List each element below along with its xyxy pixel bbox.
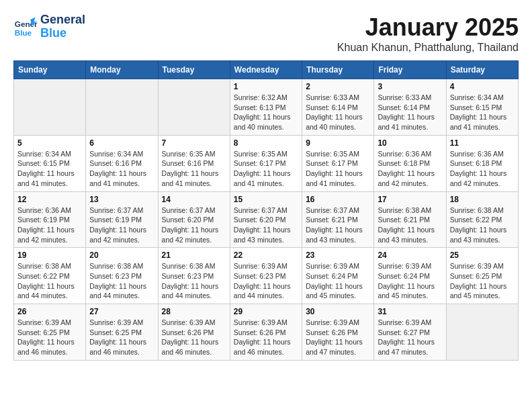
page-title: January 2025 bbox=[337, 13, 519, 42]
calendar-day-cell: 31Sunrise: 6:39 AM Sunset: 6:27 PM Dayli… bbox=[374, 304, 446, 361]
calendar-day-cell bbox=[14, 79, 86, 136]
day-number: 15 bbox=[234, 195, 298, 204]
day-info: Sunrise: 6:37 AM Sunset: 6:19 PM Dayligh… bbox=[89, 205, 154, 245]
day-number: 2 bbox=[306, 82, 370, 91]
day-info: Sunrise: 6:39 AM Sunset: 6:25 PM Dayligh… bbox=[89, 318, 154, 357]
day-of-week-header: Friday bbox=[374, 61, 446, 79]
day-number: 10 bbox=[378, 138, 442, 148]
logo-blue-text: Blue bbox=[40, 27, 85, 40]
day-of-week-header: Saturday bbox=[446, 61, 518, 79]
calendar-day-cell: 23Sunrise: 6:39 AM Sunset: 6:24 PM Dayli… bbox=[302, 248, 374, 304]
calendar-day-cell: 30Sunrise: 6:39 AM Sunset: 6:26 PM Dayli… bbox=[302, 304, 374, 361]
day-info: Sunrise: 6:39 AM Sunset: 6:25 PM Dayligh… bbox=[17, 318, 82, 357]
calendar-day-cell: 19Sunrise: 6:38 AM Sunset: 6:22 PM Dayli… bbox=[14, 248, 86, 304]
day-info: Sunrise: 6:34 AM Sunset: 6:15 PM Dayligh… bbox=[17, 149, 82, 189]
day-info: Sunrise: 6:39 AM Sunset: 6:26 PM Dayligh… bbox=[234, 318, 298, 357]
day-info: Sunrise: 6:35 AM Sunset: 6:17 PM Dayligh… bbox=[306, 149, 370, 189]
calendar-day-cell: 3Sunrise: 6:33 AM Sunset: 6:14 PM Daylig… bbox=[374, 79, 446, 136]
day-info: Sunrise: 6:36 AM Sunset: 6:19 PM Dayligh… bbox=[17, 205, 82, 245]
calendar-week-row: 5Sunrise: 6:34 AM Sunset: 6:15 PM Daylig… bbox=[14, 135, 519, 191]
calendar-day-cell: 10Sunrise: 6:36 AM Sunset: 6:18 PM Dayli… bbox=[374, 135, 446, 191]
day-of-week-header: Thursday bbox=[302, 61, 374, 79]
day-info: Sunrise: 6:37 AM Sunset: 6:21 PM Dayligh… bbox=[306, 205, 370, 245]
calendar-day-cell: 29Sunrise: 6:39 AM Sunset: 6:26 PM Dayli… bbox=[230, 304, 302, 361]
calendar-header-row: SundayMondayTuesdayWednesdayThursdayFrid… bbox=[14, 61, 519, 79]
day-info: Sunrise: 6:38 AM Sunset: 6:22 PM Dayligh… bbox=[17, 261, 82, 301]
day-number: 6 bbox=[89, 138, 154, 148]
day-number: 26 bbox=[17, 307, 82, 316]
day-number: 7 bbox=[162, 138, 226, 148]
day-info: Sunrise: 6:38 AM Sunset: 6:22 PM Dayligh… bbox=[450, 205, 515, 245]
day-info: Sunrise: 6:39 AM Sunset: 6:25 PM Dayligh… bbox=[450, 261, 515, 301]
calendar-day-cell: 18Sunrise: 6:38 AM Sunset: 6:22 PM Dayli… bbox=[446, 191, 518, 248]
day-number: 4 bbox=[450, 82, 515, 91]
day-info: Sunrise: 6:39 AM Sunset: 6:24 PM Dayligh… bbox=[306, 261, 370, 301]
day-of-week-header: Monday bbox=[86, 61, 158, 79]
day-info: Sunrise: 6:33 AM Sunset: 6:14 PM Dayligh… bbox=[378, 93, 442, 132]
calendar-day-cell: 21Sunrise: 6:38 AM Sunset: 6:23 PM Dayli… bbox=[158, 248, 230, 304]
day-number: 28 bbox=[162, 307, 226, 316]
day-info: Sunrise: 6:35 AM Sunset: 6:16 PM Dayligh… bbox=[162, 149, 226, 189]
calendar-day-cell: 2Sunrise: 6:33 AM Sunset: 6:14 PM Daylig… bbox=[302, 79, 374, 136]
calendar-day-cell: 26Sunrise: 6:39 AM Sunset: 6:25 PM Dayli… bbox=[14, 304, 86, 361]
calendar-day-cell: 16Sunrise: 6:37 AM Sunset: 6:21 PM Dayli… bbox=[302, 191, 374, 248]
calendar-day-cell: 20Sunrise: 6:38 AM Sunset: 6:23 PM Dayli… bbox=[86, 248, 158, 304]
day-info: Sunrise: 6:39 AM Sunset: 6:26 PM Dayligh… bbox=[162, 318, 226, 357]
logo-icon: General Blue bbox=[13, 15, 38, 39]
calendar-day-cell: 14Sunrise: 6:37 AM Sunset: 6:20 PM Dayli… bbox=[158, 191, 230, 248]
day-info: Sunrise: 6:39 AM Sunset: 6:23 PM Dayligh… bbox=[234, 261, 298, 301]
calendar-day-cell bbox=[158, 79, 230, 136]
day-number: 22 bbox=[234, 250, 298, 260]
calendar-day-cell: 12Sunrise: 6:36 AM Sunset: 6:19 PM Dayli… bbox=[14, 191, 86, 248]
day-number: 16 bbox=[306, 195, 370, 204]
day-info: Sunrise: 6:34 AM Sunset: 6:15 PM Dayligh… bbox=[450, 93, 515, 132]
day-number: 9 bbox=[306, 138, 370, 148]
logo-general-text: General bbox=[40, 13, 85, 27]
title-block: January 2025 Khuan Khanun, Phatthalung, … bbox=[337, 13, 519, 54]
day-number: 8 bbox=[234, 138, 298, 148]
day-info: Sunrise: 6:37 AM Sunset: 6:20 PM Dayligh… bbox=[234, 205, 298, 245]
day-info: Sunrise: 6:36 AM Sunset: 6:18 PM Dayligh… bbox=[378, 149, 442, 189]
day-number: 11 bbox=[450, 138, 515, 148]
day-number: 23 bbox=[306, 250, 370, 260]
day-info: Sunrise: 6:35 AM Sunset: 6:17 PM Dayligh… bbox=[234, 149, 298, 189]
calendar-day-cell bbox=[86, 79, 158, 136]
day-number: 13 bbox=[89, 195, 154, 204]
day-number: 31 bbox=[378, 307, 442, 316]
day-info: Sunrise: 6:37 AM Sunset: 6:20 PM Dayligh… bbox=[162, 205, 226, 245]
day-info: Sunrise: 6:36 AM Sunset: 6:18 PM Dayligh… bbox=[450, 149, 515, 189]
day-number: 5 bbox=[17, 138, 82, 148]
calendar-day-cell: 8Sunrise: 6:35 AM Sunset: 6:17 PM Daylig… bbox=[230, 135, 302, 191]
day-number: 25 bbox=[450, 250, 515, 260]
day-info: Sunrise: 6:34 AM Sunset: 6:16 PM Dayligh… bbox=[89, 149, 154, 189]
day-number: 17 bbox=[378, 195, 442, 204]
day-number: 14 bbox=[162, 195, 226, 204]
calendar-day-cell: 28Sunrise: 6:39 AM Sunset: 6:26 PM Dayli… bbox=[158, 304, 230, 361]
calendar-day-cell: 13Sunrise: 6:37 AM Sunset: 6:19 PM Dayli… bbox=[86, 191, 158, 248]
calendar-day-cell: 9Sunrise: 6:35 AM Sunset: 6:17 PM Daylig… bbox=[302, 135, 374, 191]
page-header: General Blue General Blue January 2025 K… bbox=[13, 13, 519, 54]
day-number: 1 bbox=[234, 82, 298, 91]
calendar-day-cell: 5Sunrise: 6:34 AM Sunset: 6:15 PM Daylig… bbox=[14, 135, 86, 191]
day-number: 20 bbox=[89, 250, 154, 260]
calendar-table: SundayMondayTuesdayWednesdayThursdayFrid… bbox=[13, 60, 519, 361]
day-number: 30 bbox=[306, 307, 370, 316]
day-info: Sunrise: 6:39 AM Sunset: 6:24 PM Dayligh… bbox=[378, 261, 442, 301]
day-of-week-header: Tuesday bbox=[158, 61, 230, 79]
day-info: Sunrise: 6:32 AM Sunset: 6:13 PM Dayligh… bbox=[234, 93, 298, 132]
day-of-week-header: Sunday bbox=[14, 61, 86, 79]
calendar-day-cell: 25Sunrise: 6:39 AM Sunset: 6:25 PM Dayli… bbox=[446, 248, 518, 304]
svg-text:Blue: Blue bbox=[15, 28, 32, 36]
page-subtitle: Khuan Khanun, Phatthalung, Thailand bbox=[337, 42, 519, 54]
day-info: Sunrise: 6:39 AM Sunset: 6:26 PM Dayligh… bbox=[306, 318, 370, 357]
calendar-day-cell: 24Sunrise: 6:39 AM Sunset: 6:24 PM Dayli… bbox=[374, 248, 446, 304]
calendar-day-cell: 1Sunrise: 6:32 AM Sunset: 6:13 PM Daylig… bbox=[230, 79, 302, 136]
calendar-week-row: 19Sunrise: 6:38 AM Sunset: 6:22 PM Dayli… bbox=[14, 248, 519, 304]
calendar-day-cell: 4Sunrise: 6:34 AM Sunset: 6:15 PM Daylig… bbox=[446, 79, 518, 136]
day-number: 27 bbox=[89, 307, 154, 316]
calendar-day-cell: 15Sunrise: 6:37 AM Sunset: 6:20 PM Dayli… bbox=[230, 191, 302, 248]
day-of-week-header: Wednesday bbox=[230, 61, 302, 79]
day-info: Sunrise: 6:38 AM Sunset: 6:23 PM Dayligh… bbox=[162, 261, 226, 301]
calendar-week-row: 1Sunrise: 6:32 AM Sunset: 6:13 PM Daylig… bbox=[14, 79, 519, 136]
day-number: 3 bbox=[378, 82, 442, 91]
